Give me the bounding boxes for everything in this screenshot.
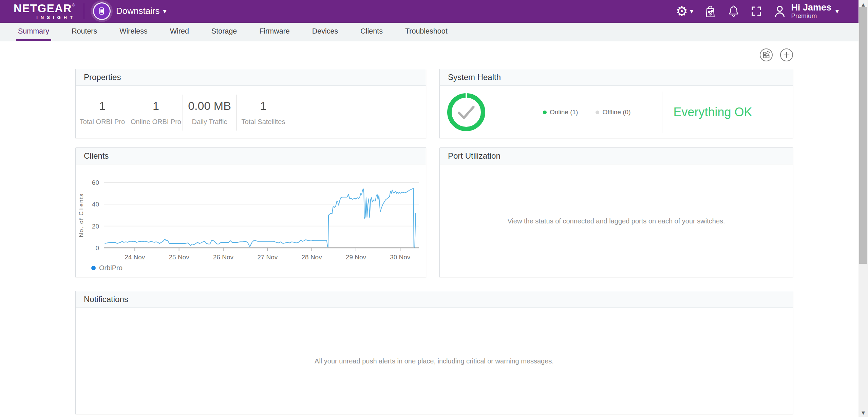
notifications-message: All your unread push alerts in one place… <box>76 308 793 415</box>
tab-clients[interactable]: Clients <box>358 23 385 41</box>
tab-devices[interactable]: Devices <box>310 23 340 41</box>
netgear-logo: NETGEAR® INSIGHT <box>14 3 76 20</box>
app-header: NETGEAR® INSIGHT Downstairs ▾ ⚙ ▾ <box>0 0 868 23</box>
tab-routers[interactable]: Routers <box>70 23 99 41</box>
tab-wired[interactable]: Wired <box>168 23 191 41</box>
svg-text:40: 40 <box>92 201 99 208</box>
scrollbar-thumb[interactable] <box>859 7 867 264</box>
notifications-card: Notifications All your unread push alert… <box>75 291 793 414</box>
port-utilization-card: Port Utilization View the status of conn… <box>439 147 793 277</box>
user-plan-badge: Premium <box>791 13 831 19</box>
svg-text:24 Nov: 24 Nov <box>125 254 145 261</box>
check-icon <box>456 104 476 120</box>
notifications-button[interactable] <box>727 4 740 18</box>
stat-item: 0.00 MBDaily Traffic <box>183 95 237 131</box>
marketplace-button[interactable] <box>703 4 717 19</box>
online-dot <box>543 111 547 114</box>
stat-value: 0.00 MB <box>183 99 236 113</box>
online-label: Online (1) <box>550 108 578 116</box>
brand-name: NETGEAR <box>14 2 72 15</box>
plus-icon <box>782 51 791 59</box>
health-divider <box>662 92 662 133</box>
stat-label: Daily Traffic <box>183 118 236 126</box>
offline-dot <box>596 111 599 114</box>
stat-value: 1 <box>129 99 183 113</box>
offline-label: Offline (0) <box>602 108 630 116</box>
stat-item: 1Total ORBI Pro <box>76 95 129 131</box>
port-utilization-message: View the status of connected and lagged … <box>440 164 793 278</box>
legend-dot <box>91 266 96 270</box>
tab-firmware[interactable]: Firmware <box>257 23 292 41</box>
vertical-scrollbar[interactable]: ▲ ▼ <box>858 0 868 417</box>
widgets-icon <box>762 51 770 59</box>
clients-chart: 020406024 Nov25 Nov26 Nov27 Nov28 Nov29 … <box>76 164 426 263</box>
dashboard-toolbar <box>75 48 793 61</box>
user-greeting: Hi James <box>791 3 831 12</box>
properties-card: Properties 1Total ORBI Pro1Online ORBI P… <box>75 69 426 138</box>
settings-menu[interactable]: ⚙ ▾ <box>676 4 693 18</box>
tab-bar: SummaryRoutersWirelessWiredStorageFirmwa… <box>0 23 868 41</box>
svg-text:20: 20 <box>92 223 99 230</box>
svg-text:26 Nov: 26 Nov <box>213 254 234 261</box>
svg-text:0: 0 <box>95 244 99 252</box>
stat-item: 1Total Satellites <box>237 95 290 131</box>
registered-mark: ® <box>72 2 76 7</box>
stat-value: 1 <box>237 99 290 113</box>
port-utilization-card-title: Port Utilization <box>440 148 793 164</box>
offline-status: Offline (0) <box>596 108 630 116</box>
gear-icon: ⚙ <box>676 4 688 18</box>
svg-text:28 Nov: 28 Nov <box>301 254 322 261</box>
add-widget-button[interactable] <box>780 48 793 61</box>
location-selector[interactable]: Downstairs <box>116 6 160 16</box>
user-menu[interactable]: Hi James Premium ▾ <box>773 3 839 19</box>
stat-item: 1Online ORBI Pro <box>129 95 183 131</box>
shopping-bag-network-icon <box>703 4 717 19</box>
system-health-card-title: System Health <box>440 69 793 86</box>
brand-product: INSIGHT <box>14 15 76 20</box>
svg-text:60: 60 <box>92 179 99 186</box>
tab-storage[interactable]: Storage <box>209 23 239 41</box>
fullscreen-icon <box>750 5 762 17</box>
clients-card-title: Clients <box>76 148 426 164</box>
tab-summary[interactable]: Summary <box>16 23 51 41</box>
health-status-text: Everything OK <box>674 105 752 119</box>
bell-icon <box>727 4 740 18</box>
properties-stats: 1Total ORBI Pro1Online ORBI Pro0.00 MBDa… <box>76 86 426 131</box>
health-ok-ring <box>447 93 485 131</box>
legend-label: OrbiPro <box>99 264 122 272</box>
chevron-down-icon: ▾ <box>835 8 839 15</box>
ring-notch <box>466 93 467 98</box>
svg-text:27 Nov: 27 Nov <box>257 254 278 261</box>
stat-label: Total ORBI Pro <box>76 118 129 126</box>
chart-legend-item: OrbiPro <box>91 264 426 272</box>
svg-text:No. of Clients: No. of Clients <box>78 193 84 237</box>
notifications-card-title: Notifications <box>76 291 793 308</box>
svg-text:25 Nov: 25 Nov <box>169 254 189 261</box>
orbi-device-icon <box>97 6 106 16</box>
main-content: Properties 1Total ORBI Pro1Online ORBI P… <box>0 48 868 414</box>
stat-label: Online ORBI Pro <box>129 118 183 126</box>
header-divider <box>84 3 84 19</box>
chevron-down-icon[interactable]: ▾ <box>163 8 167 15</box>
scroll-down-arrow[interactable]: ▼ <box>858 408 868 417</box>
svg-text:29 Nov: 29 Nov <box>346 254 366 261</box>
clients-card: Clients 020406024 Nov25 Nov26 Nov27 Nov2… <box>75 147 426 277</box>
system-health-card: System Health Online (1) <box>439 69 793 138</box>
svg-text:30 Nov: 30 Nov <box>390 254 411 261</box>
location-avatar[interactable] <box>93 2 111 20</box>
fullscreen-button[interactable] <box>750 5 762 17</box>
user-icon <box>773 4 787 18</box>
stat-label: Total Satellites <box>237 118 290 126</box>
stat-value: 1 <box>76 99 129 113</box>
chevron-down-icon: ▾ <box>690 8 693 15</box>
tab-troubleshoot[interactable]: Troubleshoot <box>403 23 450 41</box>
properties-card-title: Properties <box>76 69 426 86</box>
manage-widgets-button[interactable] <box>760 48 773 61</box>
tab-wireless[interactable]: Wireless <box>117 23 149 41</box>
online-status: Online (1) <box>543 108 578 116</box>
